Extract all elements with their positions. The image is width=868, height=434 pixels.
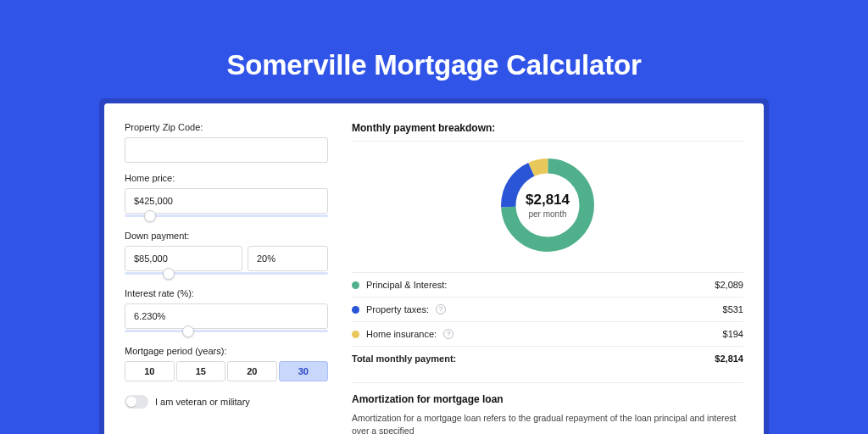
zip-field: Property Zip Code:	[125, 122, 328, 163]
rate-label: Interest rate (%):	[125, 288, 328, 298]
legend-value-principal: $2,089	[715, 280, 743, 290]
veteran-label: I am veteran or military	[155, 397, 250, 407]
veteran-row: I am veteran or military	[125, 395, 328, 409]
legend-label-principal: Principal & Interest:	[366, 280, 447, 290]
info-icon[interactable]: ?	[443, 329, 453, 339]
legend-row-taxes: Property taxes: ? $531	[352, 297, 743, 321]
price-field: Home price:	[125, 173, 328, 220]
down-slider[interactable]	[125, 272, 328, 275]
amortization-heading: Amortization for mortgage loan	[352, 393, 743, 405]
dot-principal	[352, 281, 359, 289]
period-btn-20[interactable]: 20	[227, 361, 277, 381]
zip-label: Property Zip Code:	[125, 122, 328, 132]
legend-label-insurance: Home insurance:	[366, 329, 437, 339]
legend-row-total: Total monthly payment: $2,814	[352, 346, 743, 370]
legend: Principal & Interest: $2,089 Property ta…	[352, 272, 743, 370]
breakdown-title: Monthly payment breakdown:	[352, 122, 743, 142]
price-label: Home price:	[125, 173, 328, 183]
donut-total: $2,814	[526, 192, 570, 209]
donut-chart: $2,814 per month	[496, 153, 599, 257]
amortization-body: Amortization for a mortgage loan refers …	[352, 412, 743, 434]
page-title: Somerville Mortgage Calculator	[0, 49, 868, 81]
legend-row-insurance: Home insurance: ? $194	[352, 321, 743, 346]
zip-input[interactable]	[125, 137, 328, 163]
donut-sub: per month	[528, 209, 566, 219]
info-icon[interactable]: ?	[436, 304, 446, 314]
rate-field: Interest rate (%):	[125, 288, 328, 336]
donut-center: $2,814 per month	[496, 153, 599, 257]
period-btn-30[interactable]: 30	[279, 361, 329, 381]
legend-label-taxes: Property taxes:	[366, 304, 429, 314]
donut-area: $2,814 per month	[352, 142, 743, 265]
calculator-card-frame: Property Zip Code: Home price: Down paym…	[99, 98, 769, 434]
legend-value-total: $2,814	[715, 353, 743, 364]
legend-row-principal: Principal & Interest: $2,089	[352, 272, 743, 297]
period-btn-10[interactable]: 10	[125, 361, 175, 381]
legend-value-insurance: $194	[723, 329, 743, 339]
amortization-section: Amortization for mortgage loan Amortizat…	[352, 382, 743, 434]
price-slider[interactable]	[125, 214, 328, 217]
inputs-panel: Property Zip Code: Home price: Down paym…	[125, 122, 328, 434]
period-label: Mortgage period (years):	[125, 346, 328, 356]
calculator-card: Property Zip Code: Home price: Down paym…	[104, 103, 764, 434]
period-field: Mortgage period (years): 10 15 20 30	[125, 346, 328, 381]
dot-insurance	[352, 331, 359, 338]
legend-label-total: Total monthly payment:	[352, 353, 456, 364]
dot-taxes	[352, 306, 359, 314]
veteran-toggle[interactable]	[125, 395, 148, 409]
legend-value-taxes: $531	[723, 304, 743, 314]
rate-slider[interactable]	[125, 330, 328, 332]
down-field: Down payment:	[125, 231, 328, 278]
breakdown-panel: Monthly payment breakdown: $2,814 per mo…	[352, 122, 743, 434]
down-label: Down payment:	[125, 231, 328, 241]
period-button-group: 10 15 20 30	[125, 361, 328, 381]
period-btn-15[interactable]: 15	[176, 361, 226, 381]
